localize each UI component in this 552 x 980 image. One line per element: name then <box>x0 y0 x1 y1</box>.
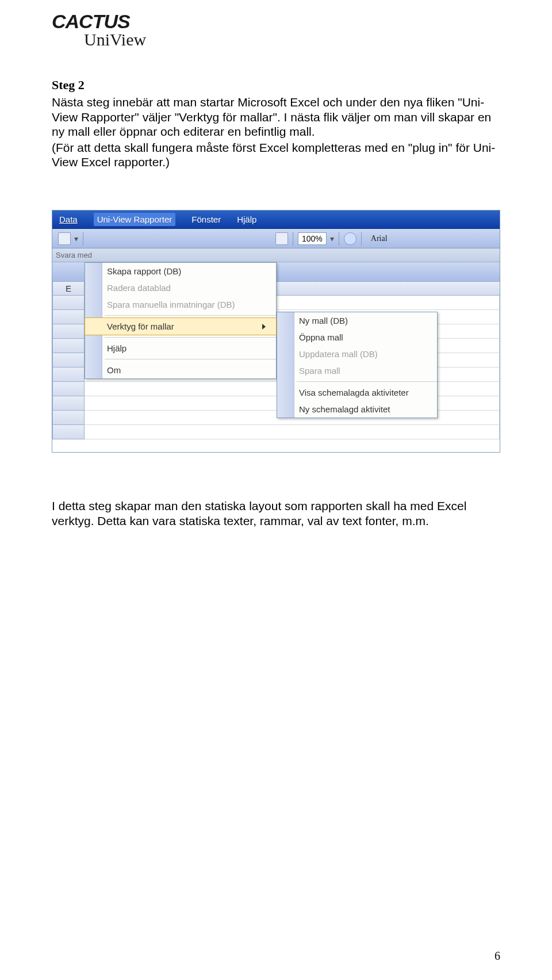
chevron-right-icon <box>262 324 266 330</box>
menu-item-verktyg-for-mallar[interactable]: Verktyg för mallar <box>85 317 277 335</box>
dropdown-submenu: Ny mall (DB) Öppna mall Uppdatera mall (… <box>277 312 438 418</box>
menu-item-skapa-rapport[interactable]: Skapa rapport (DB) <box>85 263 276 280</box>
submenu-ny-mall[interactable]: Ny mall (DB) <box>277 312 437 329</box>
page-number: 6 <box>494 950 500 963</box>
menu-item-om[interactable]: Om <box>85 362 276 378</box>
help-icon[interactable] <box>344 232 356 245</box>
paragraph-3: I detta steg skapar man den statiska lay… <box>52 499 500 528</box>
menu-fonster[interactable]: Fönster <box>191 215 221 224</box>
toolbar-icon[interactable] <box>275 232 288 245</box>
menu-item-radera-datablad: Radera datablad <box>85 280 276 296</box>
excel-screenshot: Data Uni-View Rapporter Fönster Hjälp ▾ … <box>52 210 500 453</box>
logo-line2: UniView <box>52 30 500 49</box>
column-header-e[interactable]: E <box>52 282 85 296</box>
toolbar: ▾ 100% ▾ Arial <box>52 229 500 248</box>
step-heading: Steg 2 <box>52 78 500 93</box>
svara-row: Svara med <box>52 248 500 262</box>
logo-line1: CACTUS <box>52 12 500 31</box>
logo: CACTUS UniView <box>52 12 500 49</box>
dropdown-menu-main: Skapa rapport (DB) Radera datablad Spara… <box>85 262 277 379</box>
submenu-visa-schemalagda[interactable]: Visa schemalagda aktiviteter <box>277 384 437 401</box>
submenu-oppna-mall[interactable]: Öppna mall <box>277 329 437 346</box>
paragraph-1: Nästa steg innebär att man startar Micro… <box>52 95 500 139</box>
zoom-level[interactable]: 100% <box>298 232 327 245</box>
submenu-ny-schemalagd[interactable]: Ny schemalagd aktivitet <box>277 401 437 418</box>
toolbar-icon[interactable] <box>58 232 71 245</box>
submenu-uppdatera-mall: Uppdatera mall (DB) <box>277 346 437 362</box>
menu-univiewrapporter[interactable]: Uni-View Rapporter <box>94 213 176 226</box>
menu-data[interactable]: Data <box>59 215 78 224</box>
menu-item-hjalp[interactable]: Hjälp <box>85 340 276 357</box>
menubar: Data Uni-View Rapporter Fönster Hjälp <box>52 210 500 229</box>
menu-item-spara-manuella: Spara manuella inmatningar (DB) <box>85 296 276 313</box>
paragraph-2: (För att detta skall fungera måste först… <box>52 140 500 170</box>
font-name[interactable]: Arial <box>371 234 388 243</box>
menu-hjalp[interactable]: Hjälp <box>237 215 256 224</box>
submenu-spara-mall: Spara mall <box>277 362 437 379</box>
